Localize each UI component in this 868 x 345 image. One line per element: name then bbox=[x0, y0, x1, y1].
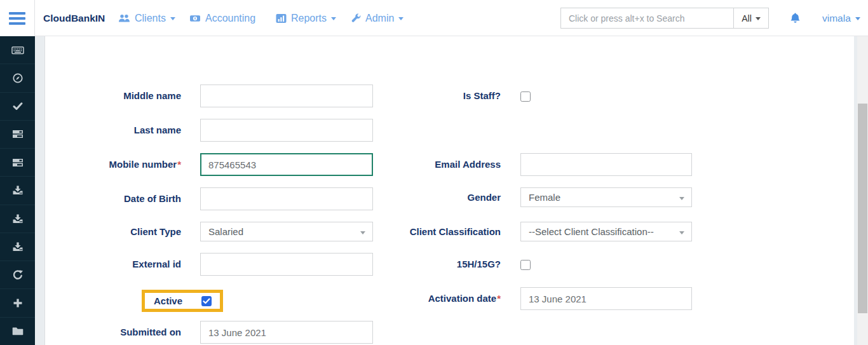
tasks-icon bbox=[12, 129, 24, 139]
15h-15g-label: 15H/15G? bbox=[318, 253, 501, 276]
sidebar-tasks-button[interactable] bbox=[0, 121, 35, 149]
last-name-label: Last name bbox=[45, 119, 181, 142]
folder-icon bbox=[12, 326, 24, 336]
search-scope-label: All bbox=[742, 13, 752, 24]
nav-clients[interactable]: Clients bbox=[118, 0, 175, 36]
form-row: Submitted on bbox=[45, 321, 854, 344]
sidebar-download-button-3[interactable] bbox=[0, 233, 35, 261]
client-classification-select[interactable]: --Select Client Classification-- bbox=[520, 222, 692, 241]
is-staff-checkbox[interactable] bbox=[520, 91, 531, 102]
top-navbar: CloudBankIN Clients Accounting Reports A… bbox=[0, 0, 868, 36]
sidebar-add-button[interactable] bbox=[0, 289, 35, 317]
gender-value: Female bbox=[529, 192, 560, 203]
compass-icon bbox=[12, 72, 24, 84]
chevron-down-icon bbox=[855, 17, 860, 20]
chevron-down-icon bbox=[331, 17, 336, 20]
client-classification-label: Client Classification bbox=[318, 220, 501, 243]
gender-label: Gender bbox=[318, 186, 501, 209]
global-search-input[interactable] bbox=[560, 8, 734, 29]
chevron-down-icon bbox=[679, 197, 684, 200]
client-form-panel: Middle name Last name Mobile number* Dat… bbox=[44, 36, 854, 345]
chevron-down-icon bbox=[756, 17, 761, 20]
sidebar-keyboard-button[interactable] bbox=[0, 36, 35, 64]
download-icon bbox=[12, 185, 24, 196]
sidebar-check-button[interactable] bbox=[0, 93, 35, 121]
sidebar-download-button[interactable] bbox=[0, 177, 35, 205]
sidebar-download-button-2[interactable] bbox=[0, 205, 35, 233]
menu-toggle-button[interactable] bbox=[0, 0, 35, 36]
email-address-label: Email Address bbox=[318, 153, 501, 176]
money-icon bbox=[189, 13, 201, 24]
form-row: 15H/15G? bbox=[45, 253, 854, 276]
user-name: vimala bbox=[822, 0, 851, 36]
chevron-down-icon bbox=[170, 17, 175, 20]
refresh-icon bbox=[12, 269, 24, 281]
gender-select[interactable]: Female bbox=[520, 187, 692, 207]
form-row: Activation date* bbox=[45, 287, 854, 310]
users-icon bbox=[118, 13, 130, 24]
check-icon bbox=[12, 100, 24, 112]
sidebar bbox=[0, 36, 35, 345]
activation-date-label: Activation date* bbox=[318, 287, 501, 310]
chevron-down-icon bbox=[398, 17, 403, 20]
nav-clients-label: Clients bbox=[135, 0, 166, 36]
submitted-on-label: Submitted on bbox=[45, 321, 181, 344]
sidebar-tasks-button-2[interactable] bbox=[0, 149, 35, 177]
nav-admin[interactable]: Admin bbox=[351, 0, 403, 36]
email-address-input[interactable] bbox=[520, 153, 692, 176]
notifications-bell-icon[interactable] bbox=[789, 12, 801, 27]
chevron-down-icon bbox=[679, 231, 684, 234]
tasks-icon bbox=[12, 158, 24, 168]
nav-admin-label: Admin bbox=[365, 0, 394, 36]
client-classification-value: --Select Client Classification-- bbox=[529, 226, 654, 237]
15h-15g-checkbox[interactable] bbox=[520, 260, 531, 270]
form-row: Email Address bbox=[45, 153, 854, 176]
download-icon bbox=[12, 241, 24, 252]
app-brand[interactable]: CloudBankIN bbox=[43, 0, 105, 36]
plus-icon bbox=[13, 298, 23, 308]
nav-accounting[interactable]: Accounting bbox=[189, 0, 255, 36]
nav-reports[interactable]: Reports bbox=[276, 0, 336, 36]
form-row: Is Staff? bbox=[45, 85, 854, 107]
download-icon bbox=[12, 213, 24, 224]
nav-accounting-label: Accounting bbox=[205, 0, 255, 36]
vertical-scrollbar-thumb[interactable] bbox=[858, 104, 867, 313]
sidebar-folder-button[interactable] bbox=[0, 318, 35, 345]
sidebar-compass-button[interactable] bbox=[0, 64, 35, 92]
bar-chart-icon bbox=[276, 13, 287, 24]
form-row: Gender Female bbox=[45, 186, 854, 209]
search-scope-dropdown[interactable]: All bbox=[733, 8, 769, 29]
form-row: Client Classification --Select Client Cl… bbox=[45, 220, 854, 243]
submitted-on-input[interactable] bbox=[200, 321, 373, 344]
required-asterisk: * bbox=[497, 293, 501, 304]
nav-reports-label: Reports bbox=[291, 0, 327, 36]
keyboard-icon bbox=[11, 44, 24, 56]
is-staff-label: Is Staff? bbox=[318, 85, 501, 107]
form-row: Last name bbox=[45, 119, 854, 142]
sidebar-refresh-button[interactable] bbox=[0, 261, 35, 289]
last-name-input[interactable] bbox=[200, 119, 373, 142]
activation-date-input[interactable] bbox=[520, 287, 692, 310]
user-menu[interactable]: vimala bbox=[822, 0, 860, 36]
wrench-icon bbox=[351, 13, 361, 24]
